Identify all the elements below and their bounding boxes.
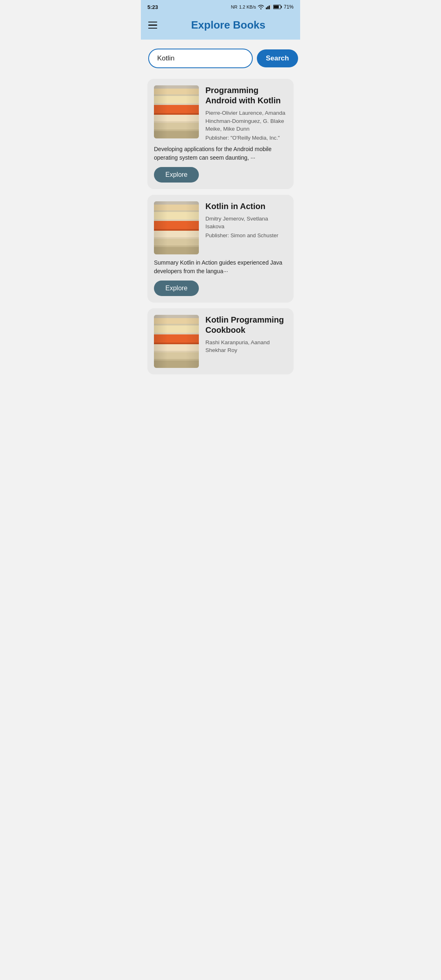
book-publisher-2: Publisher: Simon and Schuster bbox=[205, 232, 287, 238]
status-time: 5:23 bbox=[147, 4, 158, 10]
book-cover-1 bbox=[154, 85, 199, 138]
book-card-top-2: Kotlin in Action Dmitry Jemerov, Svetlan… bbox=[154, 201, 287, 254]
book-description-1: Developing applications for the Android … bbox=[154, 145, 287, 162]
search-input[interactable] bbox=[148, 49, 253, 68]
wifi-icon bbox=[258, 4, 264, 9]
book-authors-2: Dmitry Jemerov, Svetlana Isakova bbox=[205, 215, 287, 231]
book-card-top-3: Kotlin Programming Cookbook Rashi Karanp… bbox=[154, 315, 287, 368]
book-cover-2 bbox=[154, 201, 199, 254]
speed-indicator: 1.2 KB/s bbox=[239, 4, 256, 9]
battery-percentage: 71% bbox=[284, 4, 294, 10]
hamburger-line-3 bbox=[148, 28, 157, 29]
books-list: Programming Android with Kotlin Pierre-O… bbox=[141, 76, 300, 381]
signal-icon bbox=[266, 4, 272, 9]
book-authors-1: Pierre-Olivier Laurence, Amanda Hinchman… bbox=[205, 109, 287, 133]
svg-rect-5 bbox=[281, 6, 282, 8]
battery-icon bbox=[273, 4, 282, 9]
status-icons: NR 1.2 KB/s 71% bbox=[231, 4, 294, 10]
book-card-top: Programming Android with Kotlin Pierre-O… bbox=[154, 85, 287, 141]
book-cover-3 bbox=[154, 315, 199, 368]
search-button[interactable]: Search bbox=[257, 49, 298, 67]
svg-rect-3 bbox=[270, 4, 271, 9]
book-card: Programming Android with Kotlin Pierre-O… bbox=[147, 79, 294, 189]
book-card-2: Kotlin in Action Dmitry Jemerov, Svetlan… bbox=[147, 195, 294, 303]
book-info-2: Kotlin in Action Dmitry Jemerov, Svetlan… bbox=[205, 201, 287, 254]
explore-button-1[interactable]: Explore bbox=[154, 167, 199, 183]
book-publisher-1: Publisher: "O'Reilly Media, Inc." bbox=[205, 135, 287, 141]
book-description-2: Summary Kotlin in Action guides experien… bbox=[154, 258, 287, 276]
hamburger-line-2 bbox=[148, 24, 157, 26]
app-header: Explore Books bbox=[141, 13, 300, 40]
hamburger-menu-button[interactable] bbox=[148, 22, 157, 29]
book-title-1: Programming Android with Kotlin bbox=[205, 85, 287, 106]
book-info-3: Kotlin Programming Cookbook Rashi Karanp… bbox=[205, 315, 287, 368]
hamburger-line-1 bbox=[148, 22, 157, 23]
search-area: Search bbox=[141, 40, 300, 76]
svg-rect-6 bbox=[274, 5, 279, 8]
page-title: Explore Books bbox=[164, 19, 293, 31]
book-title-2: Kotlin in Action bbox=[205, 201, 287, 212]
svg-rect-2 bbox=[269, 6, 270, 9]
explore-button-2[interactable]: Explore bbox=[154, 281, 199, 296]
book-info-1: Programming Android with Kotlin Pierre-O… bbox=[205, 85, 287, 141]
status-bar: 5:23 NR 1.2 KB/s 71% bbox=[141, 0, 300, 13]
svg-rect-0 bbox=[266, 7, 267, 9]
book-title-3: Kotlin Programming Cookbook bbox=[205, 315, 287, 335]
network-indicator: NR bbox=[231, 4, 238, 9]
book-card-3: Kotlin Programming Cookbook Rashi Karanp… bbox=[147, 308, 294, 374]
book-authors-3: Rashi Karanpuria, Aanand Shekhar Roy bbox=[205, 339, 287, 354]
svg-rect-1 bbox=[267, 7, 268, 9]
